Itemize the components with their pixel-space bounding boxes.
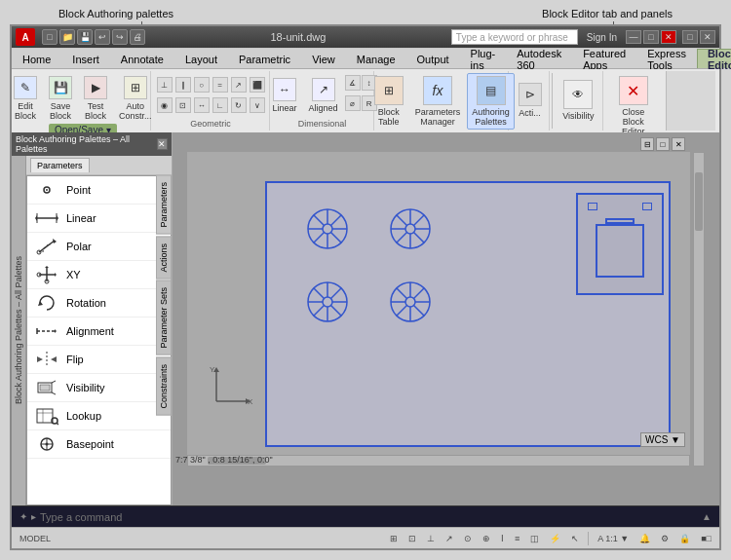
cmd-up[interactable]: ▲	[702, 511, 712, 522]
vp-close[interactable]: ✕	[672, 137, 685, 151]
geo-btn-9[interactable]: ↔	[193, 95, 211, 115]
tab-express[interactable]: Express Tools	[636, 49, 697, 68]
btn-acti[interactable]: ⊳ Acti...	[514, 80, 547, 121]
palette-item-polar[interactable]: Polar	[27, 233, 171, 261]
status-polar[interactable]: ↗	[442, 532, 457, 545]
btn-params-manager[interactable]: fx ParametersManager	[410, 73, 466, 130]
qa-print[interactable]: 🖨	[130, 29, 145, 45]
edit-block-icon: ✎	[14, 76, 37, 99]
status-app-status[interactable]: ■□	[697, 532, 715, 545]
status-ortho[interactable]: ⊥	[423, 532, 439, 545]
tab-featured[interactable]: Featured Apps	[572, 49, 636, 68]
vp-restore[interactable]: ⊟	[640, 137, 654, 151]
status-osnap[interactable]: ⊙	[460, 532, 476, 545]
signin-area[interactable]: Sign In	[587, 32, 617, 43]
geo-btn-11[interactable]: ↻	[230, 95, 248, 115]
command-input[interactable]	[40, 511, 698, 523]
status-grid[interactable]: ⊞	[386, 532, 402, 545]
btn-aligned[interactable]: ↗ Aligned	[304, 75, 343, 116]
win-close2[interactable]: ✕	[700, 30, 715, 44]
coordinate-axes: X Y	[207, 362, 255, 413]
tab-output[interactable]: Output	[406, 49, 460, 68]
btn-authoring-palettes[interactable]: ▤ AuthoringPalettes	[467, 73, 515, 130]
palette-close-btn[interactable]: ✕	[157, 138, 169, 150]
btn-test-block[interactable]: ▶ TestBlock	[79, 73, 112, 124]
ribbon-tabs: Home Insert Annotate Layout Parametric V…	[12, 48, 719, 69]
geo-btn-8[interactable]: ⊡	[174, 95, 192, 115]
geo-btn-5[interactable]: ↗	[230, 75, 248, 94]
tab-annotate[interactable]: Annotate	[110, 49, 174, 68]
palette-item-alignment[interactable]: Alignment	[27, 317, 171, 346]
palette-item-xy[interactable]: XY	[27, 261, 171, 289]
tab-manage[interactable]: Manage	[346, 49, 406, 68]
dim-btn-3[interactable]: ⌀	[345, 93, 361, 113]
btn-linear[interactable]: ↔ Linear	[268, 75, 302, 116]
status-lock[interactable]: 🔒	[675, 532, 694, 545]
status-workspace[interactable]: ⚙	[657, 532, 673, 545]
tab-view[interactable]: View	[301, 49, 346, 68]
search-box[interactable]: Type a keyword or phrase	[451, 29, 578, 45]
status-qs[interactable]: ⚡	[546, 532, 564, 545]
palette-item-flip[interactable]: Flip	[27, 346, 171, 374]
status-lineweight[interactable]: ≡	[511, 532, 523, 545]
geo-btn-1[interactable]: ⊥	[156, 75, 173, 94]
btn-close-block-editor[interactable]: ✕ CloseBlock Editor	[609, 73, 658, 139]
palette-item-visibility[interactable]: Visibility	[27, 374, 171, 402]
vp-maximize[interactable]: □	[656, 137, 670, 151]
palette-item-lookup[interactable]: Lookup	[27, 402, 171, 430]
win-restore[interactable]: □	[643, 30, 659, 44]
tab-layout[interactable]: Layout	[174, 49, 228, 68]
palette-item-point[interactable]: Point	[27, 176, 171, 205]
palette-vtab-paramsets[interactable]: Parameter Sets	[156, 280, 172, 355]
geo-btn-10[interactable]: ∟	[212, 95, 229, 115]
tab-home[interactable]: Home	[12, 49, 61, 68]
win-min2[interactable]: □	[682, 30, 698, 44]
qa-redo[interactable]: ↪	[112, 29, 128, 45]
palette-item-linear[interactable]: Linear	[27, 205, 171, 233]
tab-block-editor[interactable]: Block Editor	[697, 49, 731, 68]
dim-btn-1[interactable]: ∡	[345, 73, 361, 93]
btn-auto-constrain[interactable]: ⊞ AutoConstr...	[114, 73, 157, 124]
btn-edit-block[interactable]: ✎ EditBlock	[9, 73, 42, 124]
lookup-icon	[35, 406, 58, 426]
palette-vtab-parameters[interactable]: Parameters	[156, 175, 172, 235]
stove-handle	[605, 218, 635, 224]
win-close[interactable]: ✕	[661, 30, 676, 44]
v-scrollbar[interactable]	[693, 152, 705, 467]
svg-line-70	[331, 306, 342, 317]
geo-btn-6[interactable]: ⬛	[249, 75, 266, 94]
coord-text: 7:7 3/8" , 0:8 15/16", 0:0"	[175, 455, 273, 465]
palette-tab-parameters[interactable]: Parameters	[30, 158, 90, 172]
tab-autodesk360[interactable]: Autodesk 360	[506, 49, 572, 68]
status-transp[interactable]: ◫	[526, 532, 543, 545]
geo-btn-2[interactable]: ∥	[174, 75, 192, 94]
status-scale[interactable]: A 1:1 ▼	[594, 532, 633, 545]
qa-save[interactable]: 💾	[77, 29, 93, 45]
status-sel[interactable]: ↖	[567, 532, 583, 545]
geo-btn-3[interactable]: ○	[193, 75, 211, 94]
svg-line-26	[52, 392, 56, 394]
status-model[interactable]: MODEL	[16, 532, 55, 545]
qa-new[interactable]: □	[42, 29, 58, 45]
tab-plugins[interactable]: Plug-ins	[460, 49, 507, 68]
wcs-label[interactable]: WCS ▼	[640, 432, 685, 447]
btn-block-table[interactable]: ⊞ BlockTable	[369, 73, 408, 130]
qa-undo[interactable]: ↩	[95, 29, 110, 45]
qa-open[interactable]: 📁	[59, 29, 75, 45]
win-min[interactable]: —	[626, 30, 641, 44]
btn-visibility[interactable]: 👁 Visibility	[558, 77, 598, 124]
geo-btn-4[interactable]: =	[212, 75, 229, 94]
geo-btn-7[interactable]: ◉	[156, 95, 173, 115]
status-snap[interactable]: ⊡	[404, 532, 420, 545]
tab-parametric[interactable]: Parametric	[228, 49, 301, 68]
palette-item-rotation[interactable]: Rotation	[27, 289, 171, 317]
palette-item-basepoint[interactable]: Basepoint	[27, 430, 171, 459]
palette-vtab-constraints[interactable]: Constraints	[156, 357, 172, 416]
status-anno[interactable]: 🔔	[635, 532, 654, 545]
palette-vtab-actions[interactable]: Actions	[156, 237, 172, 280]
status-dynin[interactable]: Ⅰ	[497, 532, 508, 545]
status-otrack[interactable]: ⊕	[479, 532, 494, 545]
geo-btn-12[interactable]: ∨	[249, 95, 266, 115]
tab-insert[interactable]: Insert	[61, 49, 110, 68]
btn-save-block[interactable]: 💾 SaveBlock	[44, 73, 77, 124]
